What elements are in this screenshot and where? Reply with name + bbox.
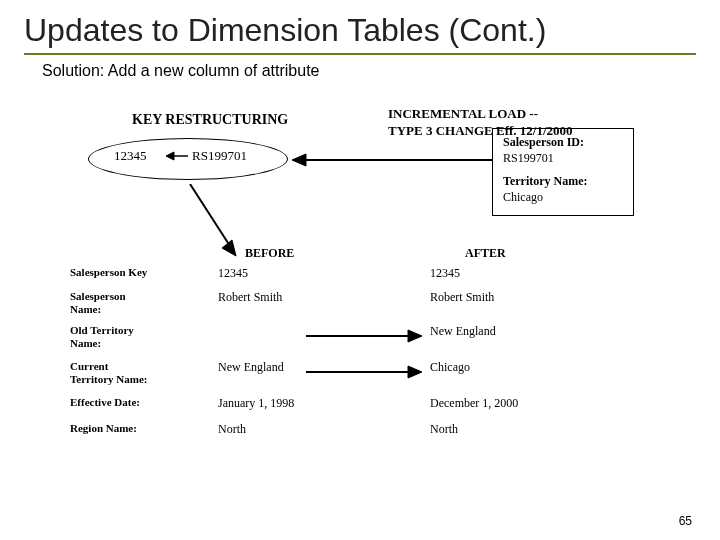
ellipse-value-left: 12345 [114,148,147,164]
table-row: Region Name: North North [70,422,650,442]
arrow-box-to-ellipse-icon [292,152,492,168]
row-after: December 1, 2000 [430,396,570,411]
row-before: January 1, 1998 [218,396,358,411]
row-label: Effective Date: [70,396,190,409]
title-block: Updates to Dimension Tables (Cont.) [24,12,696,55]
row-label: Region Name: [70,422,190,435]
table-row: Salesperson Name: Robert Smith Robert Sm… [70,290,650,320]
row-label: Salesperson Key [70,266,190,279]
solution-text: Solution: Add a new column of attribute [42,62,320,80]
row-after: Robert Smith [430,290,570,305]
box-spid-value: RS199701 [503,151,554,165]
ellipse-arrow-icon [166,151,188,161]
table-row: Salesperson Key 12345 12345 [70,266,650,286]
box-terr-value: Chicago [503,190,543,204]
row-after: Chicago [430,360,570,375]
slide-title: Updates to Dimension Tables (Cont.) [24,12,696,49]
key-restructuring-label: KEY RESTRUCTURING [132,112,288,128]
svg-marker-7 [408,330,422,342]
row-label: Current Territory Name: [70,360,190,385]
ellipse-value-right: RS199701 [192,148,247,164]
svg-marker-5 [222,240,236,256]
box-terr: Territory Name: Chicago [503,174,623,205]
page-number: 65 [679,514,692,528]
row-after: 12345 [430,266,570,281]
svg-line-4 [190,184,230,246]
diagram: KEY RESTRUCTURING INCREMENTAL LOAD -- TY… [70,100,670,480]
arrow-ellipse-to-table-icon [170,184,250,260]
row-after: North [430,422,570,437]
table-row: Effective Date: January 1, 1998 December… [70,396,650,416]
arrow-old-territory-icon [306,328,422,344]
svg-marker-3 [292,154,306,166]
row-label: Salesperson Name: [70,290,190,315]
column-header-before: BEFORE [245,246,294,261]
arrow-current-territory-icon [306,364,422,380]
row-label: Old Territory Name: [70,324,190,349]
row-before: 12345 [218,266,358,281]
box-spid: Salesperson ID: RS199701 [503,135,623,166]
column-header-after: AFTER [465,246,506,261]
box-terr-label: Territory Name: [503,174,588,188]
svg-marker-1 [166,152,174,160]
row-after: New England [430,324,570,339]
slide: Updates to Dimension Tables (Cont.) Solu… [0,0,720,540]
title-underline [24,53,696,55]
row-before: Robert Smith [218,290,358,305]
incremental-load-box: Salesperson ID: RS199701 Territory Name:… [492,128,634,216]
incremental-load-line1: INCREMENTAL LOAD -- [388,106,538,121]
box-spid-label: Salesperson ID: [503,135,584,149]
row-before: North [218,422,358,437]
svg-marker-9 [408,366,422,378]
